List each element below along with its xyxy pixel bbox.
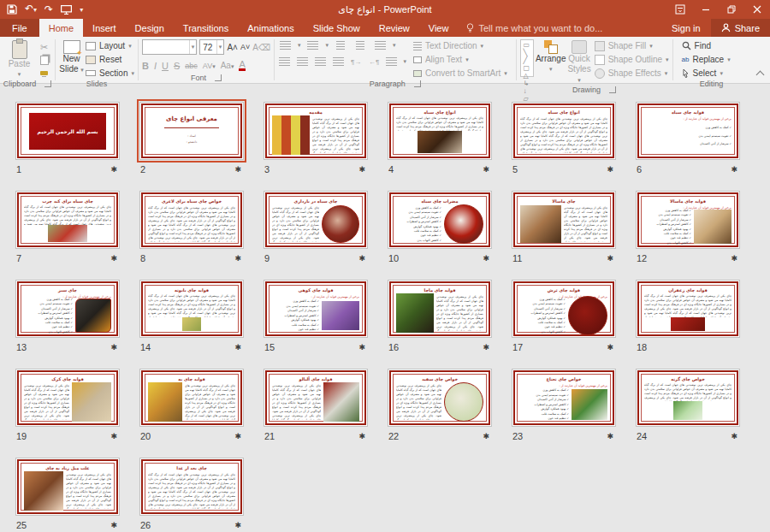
font-color-button[interactable]: A bbox=[239, 60, 245, 71]
slide-thumbnail[interactable]: خواص چای سفیدچای یکی از پرمصرف ترین نوشی… bbox=[388, 369, 492, 447]
font-dialog-launcher[interactable] bbox=[215, 74, 222, 81]
decrease-indent-icon[interactable] bbox=[334, 39, 348, 51]
save-icon[interactable] bbox=[7, 4, 17, 15]
bold-button[interactable]: B bbox=[142, 61, 149, 71]
line-spacing-icon[interactable] bbox=[373, 39, 388, 51]
shape-fill-button[interactable]: Shape Fill▾ bbox=[595, 39, 669, 52]
ribbon-display-options-icon[interactable] bbox=[667, 0, 693, 19]
decrease-font-size-icon[interactable]: A˅ bbox=[240, 43, 250, 51]
tab-design[interactable]: Design bbox=[126, 19, 174, 37]
tab-insert[interactable]: Insert bbox=[83, 19, 126, 37]
undo-icon[interactable]: ↶▾ bbox=[25, 4, 37, 15]
tell-me-box[interactable]: Tell me what you want to do... bbox=[458, 19, 611, 37]
drawing-dialog-launcher[interactable] bbox=[609, 86, 616, 93]
align-right-icon[interactable] bbox=[314, 56, 327, 68]
slide-thumbnail[interactable]: انواع چای سیاهچای یکی از پرمصرف ترین نوش… bbox=[512, 102, 616, 180]
paragraph-dialog-launcher[interactable] bbox=[414, 80, 421, 87]
section-button[interactable]: Section▾ bbox=[86, 67, 134, 80]
close-button[interactable] bbox=[744, 0, 770, 19]
paste-button[interactable]: Paste▾ bbox=[3, 39, 35, 80]
slide-thumbnail[interactable]: فواید چای ترشبرخی از مهمترین فواید آن عب… bbox=[512, 280, 616, 358]
align-left-icon[interactable] bbox=[278, 56, 291, 68]
reset-button[interactable]: Reset bbox=[86, 53, 134, 66]
slide-thumbnail[interactable]: چای بعد از غذاچای یکی از پرمصرف ترین نوش… bbox=[139, 458, 244, 532]
slide-thumbnail[interactable]: علت میل زیاد به چایچای یکی از پرمصرف تری… bbox=[15, 458, 120, 532]
rtl-direction-icon[interactable]: ←¶ bbox=[368, 56, 381, 68]
slide-body-text: چای یکی از پرمصرف ترین نوشیدنی های جهان … bbox=[272, 206, 319, 242]
tab-animations[interactable]: Animations bbox=[238, 19, 303, 37]
slide-thumbnail[interactable]: فواید چای ماچاچای یکی از پرمصرف ترین نوش… bbox=[388, 280, 492, 358]
share-button[interactable]: Share bbox=[711, 19, 770, 37]
tab-view[interactable]: View bbox=[419, 19, 459, 37]
clipboard-dialog-launcher[interactable] bbox=[44, 80, 51, 87]
text-direction-button[interactable]: Text Direction▾ bbox=[413, 39, 507, 52]
sign-in-link[interactable]: Sign in bbox=[661, 19, 711, 37]
justify-icon[interactable] bbox=[332, 56, 345, 68]
slide-thumbnail[interactable]: خواص چای گزنهچای یکی از پرمصرف ترین نوشی… bbox=[636, 369, 740, 447]
find-button[interactable]: Find bbox=[682, 39, 731, 52]
strikethrough-button[interactable]: abc bbox=[185, 62, 198, 70]
slide-thumbnail[interactable]: مقدمهچای یکی از پرمصرف ترین نوشیدنی های … bbox=[264, 102, 368, 180]
slide-thumbnail[interactable]: فواید چای ماسالابرخی از مهمترین فواید آن… bbox=[636, 191, 740, 269]
slide-thumbnail[interactable]: چای سیاه در بارداریچای یکی از پرمصرف تری… bbox=[264, 191, 368, 269]
restore-button[interactable] bbox=[719, 0, 744, 19]
tab-slide-show[interactable]: Slide Show bbox=[304, 19, 370, 37]
columns-icon[interactable] bbox=[385, 56, 398, 68]
tab-transitions[interactable]: Transitions bbox=[174, 19, 238, 37]
font-name-combobox[interactable]: ▾ bbox=[142, 39, 197, 55]
slide-thumbnail[interactable]: معرفی انواع چایاستاد :دانشجو : 2 ✱ bbox=[139, 102, 244, 180]
shadow-button[interactable]: S bbox=[174, 61, 180, 71]
align-text-button[interactable]: Align Text▾ bbox=[413, 53, 507, 66]
replace-button[interactable]: abReplace▾ bbox=[682, 53, 731, 66]
slide-thumbnail[interactable]: فواید چای بابونهچای یکی از پرمصرف ترین ن… bbox=[139, 280, 244, 358]
shape-effects-button[interactable]: Shape Effects▾ bbox=[595, 67, 669, 80]
clear-formatting-icon[interactable]: A⌫ bbox=[252, 43, 270, 52]
align-center-icon[interactable] bbox=[296, 56, 309, 68]
slide-thumbnail[interactable]: فواید چای سیاهبرخی از مهمترین فواید آن ع… bbox=[636, 102, 740, 180]
slide-thumbnail[interactable]: فواید چای زعفرانچای یکی از پرمصرف ترین ن… bbox=[636, 280, 740, 358]
increase-font-size-icon[interactable]: A˄ bbox=[227, 43, 238, 52]
copy-icon[interactable] bbox=[37, 54, 51, 66]
arrange-button[interactable]: Arrange▾ bbox=[536, 39, 566, 74]
ltr-direction-icon[interactable]: ¶→ bbox=[350, 56, 363, 68]
smartart-icon bbox=[413, 70, 422, 77]
new-slide-button[interactable]: New Slide ▾ bbox=[59, 39, 84, 75]
slide-thumbnail[interactable]: چای سیاه برای کبد چربچای یکی از پرمصرف ت… bbox=[15, 191, 120, 269]
numbering-icon[interactable] bbox=[305, 39, 320, 51]
slide-image bbox=[396, 293, 434, 333]
format-painter-icon[interactable] bbox=[37, 67, 51, 79]
quick-styles-button[interactable]: Quick Styles ▾ bbox=[567, 39, 590, 86]
customize-qat-icon[interactable]: ▾ bbox=[80, 6, 83, 14]
slide-thumbnail[interactable]: خواص چای نعناعبرخی از مهمترین فواید آن ع… bbox=[512, 369, 616, 447]
change-case-button[interactable]: Aa▾ bbox=[221, 61, 234, 70]
tab-home[interactable]: Home bbox=[39, 19, 83, 37]
bullets-icon[interactable] bbox=[278, 39, 293, 51]
tab-file[interactable]: File bbox=[0, 19, 39, 37]
slide-thumbnail[interactable]: فواید چای بهچای یکی از پرمصرف ترین نوشید… bbox=[139, 369, 244, 447]
font-size-combobox[interactable]: 72▾ bbox=[199, 39, 224, 55]
slide-thumbnail[interactable]: چای سبزبرخی از مهمترین فواید آن عبارتند … bbox=[15, 280, 120, 358]
shape-outline-button[interactable]: Shape Outline▾ bbox=[595, 53, 669, 66]
slide-thumbnail[interactable]: خواص چای سیاه برای لاغریچای یکی از پرمصر… bbox=[139, 191, 244, 269]
italic-button[interactable]: I bbox=[154, 61, 157, 71]
select-button[interactable]: Select▾ bbox=[682, 67, 731, 80]
convert-to-smartart-button[interactable]: Convert to SmartArt▾ bbox=[413, 67, 507, 80]
cut-icon[interactable]: ✂ bbox=[37, 41, 51, 53]
slide-thumbnail[interactable]: فواید چای آلبالوچای یکی از پرمصرف ترین ن… bbox=[264, 369, 368, 447]
slide-thumbnail[interactable]: بسم الله الرحمن الرحیم 1 ✱ bbox=[15, 102, 120, 180]
slide-thumbnail[interactable]: فواید چای کوهیبرخی از مهمترین فواید آن ع… bbox=[264, 280, 368, 358]
start-slideshow-icon[interactable] bbox=[61, 5, 72, 15]
slide-thumbnail[interactable]: چای ماسالاچای یکی از پرمصرف ترین نوشیدنی… bbox=[512, 191, 616, 269]
collapse-ribbon-button[interactable] bbox=[750, 37, 770, 83]
underline-button[interactable]: U bbox=[162, 61, 169, 71]
slide-thumbnail[interactable]: مضرات چای سیاهکمک به کاهش وزنتقویت سیستم… bbox=[388, 191, 492, 269]
slide-thumbnail[interactable]: فواید چای کرکچای یکی از پرمصرف ترین نوشی… bbox=[15, 369, 120, 447]
layout-button[interactable]: Layout▾ bbox=[86, 39, 134, 52]
shapes-gallery[interactable]: ▭ ╲ ╱ ▢ △ ↳ ↓ ▱ ( ) ☆ bbox=[520, 39, 534, 77]
redo-icon[interactable]: ↷ bbox=[44, 5, 53, 14]
tab-review[interactable]: Review bbox=[370, 19, 419, 37]
minimize-button[interactable] bbox=[693, 0, 719, 19]
slide-thumbnail[interactable]: انواع چای سیاهچای یکی از پرمصرف ترین نوش… bbox=[388, 102, 492, 180]
character-spacing-button[interactable]: AV▾ bbox=[203, 62, 216, 70]
increase-indent-icon[interactable] bbox=[353, 39, 368, 51]
